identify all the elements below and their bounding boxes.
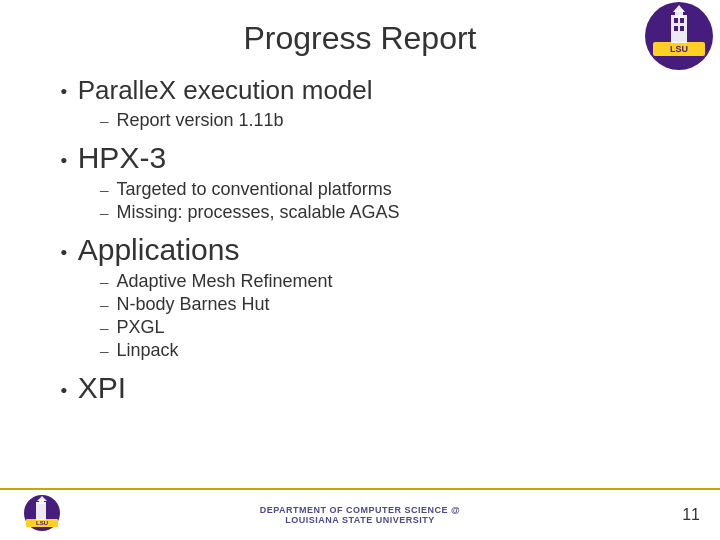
bullet-text-2: HPX-3 <box>78 141 166 175</box>
svg-rect-12 <box>36 502 46 520</box>
footer-line1: DEPARTMENT OF COMPUTER SCIENCE @ <box>65 505 655 515</box>
sub-items-3: – Adaptive Mesh Refinement – N-body Barn… <box>60 271 680 361</box>
sub-item-1-1: – Report version 1.11b <box>100 110 680 131</box>
sub-text-3-2: N-body Barnes Hut <box>117 294 270 315</box>
bullet-main-4: • XPI <box>60 371 680 405</box>
sub-dash-2-2: – <box>100 203 109 223</box>
bullet-main-3: • Applications <box>60 233 680 267</box>
svg-text:LSU: LSU <box>36 520 48 526</box>
sub-dash-3-1: – <box>100 272 109 292</box>
sub-text-3-1: Adaptive Mesh Refinement <box>117 271 333 292</box>
slide: LSU Progress Report • ParalleX execution… <box>0 0 720 540</box>
slide-footer: LSU DEPARTMENT OF COMPUTER SCIENCE @ LOU… <box>0 488 720 540</box>
sub-items-1: – Report version 1.11b <box>60 110 680 131</box>
sub-text-2-1: Targeted to conventional platforms <box>117 179 392 200</box>
sub-text-3-4: Linpack <box>117 340 179 361</box>
slide-header: Progress Report <box>40 20 680 57</box>
bullet-item-2: • HPX-3 – Targeted to conventional platf… <box>60 141 680 223</box>
sub-text-2-2: Missing: processes, scalable AGAS <box>117 202 400 223</box>
bullet-dot-1: • <box>60 79 68 105</box>
sub-dash-3-3: – <box>100 318 109 338</box>
bullet-main-2: • HPX-3 <box>60 141 680 175</box>
bullet-dot-2: • <box>60 148 68 174</box>
footer-line2: LOUISIANA STATE UNIVERSITY <box>65 515 655 525</box>
svg-rect-8 <box>680 26 684 31</box>
slide-content: • ParalleX execution model – Report vers… <box>40 75 680 405</box>
slide-title: Progress Report <box>40 20 680 57</box>
footer-page-number: 11 <box>655 506 700 524</box>
sub-dash-1-1: – <box>100 111 109 131</box>
sub-text-3-3: PXGL <box>117 317 165 338</box>
sub-dash-3-2: – <box>100 295 109 315</box>
sub-item-3-1: – Adaptive Mesh Refinement <box>100 271 680 292</box>
sub-item-2-1: – Targeted to conventional platforms <box>100 179 680 200</box>
sub-items-2: – Targeted to conventional platforms – M… <box>60 179 680 223</box>
sub-dash-3-4: – <box>100 341 109 361</box>
sub-text-1-1: Report version 1.11b <box>117 110 284 131</box>
sub-item-3-3: – PXGL <box>100 317 680 338</box>
svg-rect-6 <box>680 18 684 23</box>
sub-item-2-2: – Missing: processes, scalable AGAS <box>100 202 680 223</box>
bullet-text-4: XPI <box>78 371 126 405</box>
bullet-item-1: • ParalleX execution model – Report vers… <box>60 75 680 131</box>
bullet-item-3: • Applications – Adaptive Mesh Refinemen… <box>60 233 680 361</box>
sub-item-3-2: – N-body Barnes Hut <box>100 294 680 315</box>
footer-logo: LSU <box>20 493 65 537</box>
bullet-main-1: • ParalleX execution model <box>60 75 680 106</box>
bullet-text-3: Applications <box>78 233 240 267</box>
bullet-item-4: • XPI <box>60 371 680 405</box>
bullet-dot-4: • <box>60 378 68 404</box>
bullet-dot-3: • <box>60 240 68 266</box>
sub-dash-2-1: – <box>100 180 109 200</box>
sub-item-3-4: – Linpack <box>100 340 680 361</box>
bullet-text-1: ParalleX execution model <box>78 75 373 106</box>
footer-center-text: DEPARTMENT OF COMPUTER SCIENCE @ LOUISIA… <box>65 505 655 525</box>
